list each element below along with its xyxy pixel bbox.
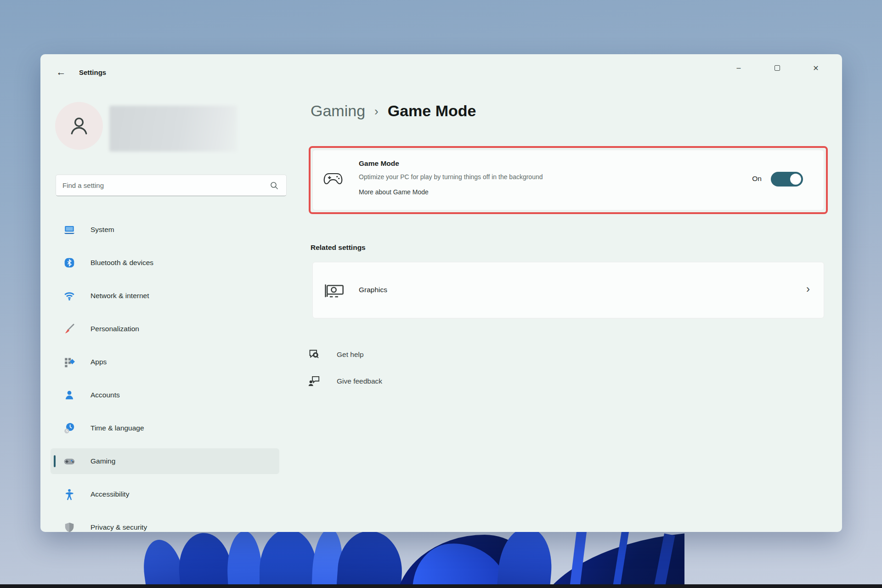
sidebar-item-privacy-security[interactable]: Privacy & security bbox=[51, 514, 279, 532]
get-help-link[interactable]: Get help bbox=[308, 348, 364, 361]
wifi-icon bbox=[63, 290, 75, 302]
give-feedback-icon bbox=[308, 375, 320, 387]
search-box bbox=[56, 175, 287, 196]
bluetooth-icon bbox=[63, 257, 75, 269]
related-settings-heading: Related settings bbox=[311, 243, 366, 252]
sidebar-item-time-language[interactable]: Time & language bbox=[51, 415, 279, 441]
close-icon: ✕ bbox=[813, 64, 819, 73]
get-help-icon bbox=[308, 348, 320, 361]
sidebar-item-gaming[interactable]: Gaming bbox=[51, 448, 279, 474]
sidebar-item-apps[interactable]: Apps bbox=[51, 349, 279, 375]
chevron-right-icon: › bbox=[806, 283, 810, 295]
sidebar-item-network-internet[interactable]: Network & internet bbox=[51, 283, 279, 309]
bloom-petal bbox=[495, 527, 555, 588]
maximize-icon bbox=[775, 65, 780, 71]
sidebar-item-label: Personalization bbox=[90, 325, 139, 333]
avatar[interactable] bbox=[55, 102, 103, 150]
sidebar-item-accounts[interactable]: Accounts bbox=[51, 382, 279, 408]
accounts-people-icon bbox=[63, 389, 75, 401]
back-arrow-icon: ← bbox=[57, 67, 66, 77]
breadcrumb-chevron-icon: › bbox=[374, 104, 379, 119]
system-icon bbox=[63, 224, 75, 236]
desktop: { "titlebar": { "back_glyph": "←", "titl… bbox=[0, 0, 882, 588]
person-icon bbox=[67, 113, 91, 138]
sidebar-item-label: Gaming bbox=[90, 457, 115, 465]
gamepad-icon bbox=[63, 455, 75, 467]
minimize-button[interactable]: – bbox=[729, 61, 748, 75]
bloom-petal bbox=[225, 530, 264, 588]
window-title: Settings bbox=[79, 68, 106, 76]
settings-window: ← Settings – ✕ System Blue bbox=[40, 54, 842, 532]
graphics-gpu-icon bbox=[324, 283, 345, 299]
sidebar-item-label: System bbox=[90, 226, 114, 234]
minimize-icon: – bbox=[737, 64, 741, 72]
user-name-redacted bbox=[109, 106, 237, 152]
taskbar-edge bbox=[0, 584, 882, 588]
sidebar-item-label: Time & language bbox=[90, 424, 144, 432]
window-controls: – ✕ bbox=[729, 61, 825, 75]
sidebar-item-label: Network & internet bbox=[90, 292, 149, 300]
apps-grid-icon bbox=[63, 356, 75, 368]
sidebar-item-bluetooth-devices[interactable]: Bluetooth & devices bbox=[51, 250, 279, 276]
get-help-label: Get help bbox=[337, 351, 364, 359]
brush-icon bbox=[63, 323, 75, 335]
breadcrumb-gaming[interactable]: Gaming bbox=[311, 102, 365, 120]
back-button[interactable]: ← bbox=[54, 65, 68, 79]
sidebar-item-label: Privacy & security bbox=[90, 523, 147, 531]
search-input[interactable] bbox=[56, 181, 270, 189]
bloom-petal bbox=[335, 529, 405, 588]
maximize-button[interactable] bbox=[768, 61, 787, 75]
sidebar-item-label: Accessibility bbox=[90, 490, 129, 498]
graphics-settings-row[interactable]: Graphics › bbox=[312, 262, 824, 318]
sidebar-item-label: Bluetooth & devices bbox=[90, 259, 153, 267]
sidebar-item-label: Accounts bbox=[90, 391, 120, 399]
red-highlight-annotation bbox=[309, 146, 828, 214]
sidebar-item-system[interactable]: System bbox=[51, 217, 279, 243]
sidebar-nav: System Bluetooth & devices Network & int… bbox=[51, 217, 279, 532]
give-feedback-link[interactable]: Give feedback bbox=[308, 375, 382, 387]
sidebar-item-personalization[interactable]: Personalization bbox=[51, 316, 279, 342]
shield-icon bbox=[63, 521, 75, 532]
page-title: Game Mode bbox=[388, 102, 476, 120]
graphics-label: Graphics bbox=[359, 286, 387, 294]
bloom-petal bbox=[176, 531, 235, 588]
bloom-petal bbox=[260, 529, 317, 588]
give-feedback-label: Give feedback bbox=[337, 377, 382, 385]
sidebar-item-label: Apps bbox=[90, 358, 107, 366]
wallpaper-bloom bbox=[129, 527, 684, 588]
sidebar-item-accessibility[interactable]: Accessibility bbox=[51, 481, 279, 507]
breadcrumb: Gaming › Game Mode bbox=[311, 102, 476, 120]
close-button[interactable]: ✕ bbox=[806, 61, 825, 75]
accessibility-person-icon bbox=[63, 488, 75, 500]
search-icon[interactable] bbox=[270, 181, 279, 190]
clock-icon bbox=[63, 422, 75, 434]
